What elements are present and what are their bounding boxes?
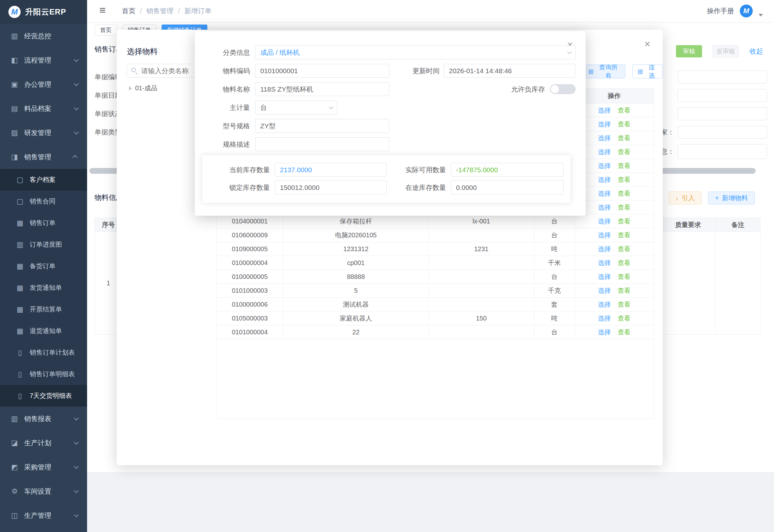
category-select[interactable]: 成品 / 纸杯机 bbox=[255, 45, 576, 59]
add-material-button[interactable]: + 新增物料 bbox=[708, 192, 755, 204]
right-field-4[interactable] bbox=[678, 126, 767, 139]
audit-button[interactable]: 审核 bbox=[676, 45, 702, 57]
unit-select[interactable]: 台 bbox=[255, 101, 337, 114]
sidebar-item[interactable]: ▦ 备货订单 bbox=[0, 255, 87, 277]
available-stock-input[interactable] bbox=[451, 163, 564, 177]
menu-icon: ⚙ bbox=[10, 487, 19, 496]
sidebar-item[interactable]: ▤ 料品档案 bbox=[0, 96, 87, 121]
select-link[interactable]: 选择 bbox=[598, 300, 611, 309]
view-link[interactable]: 查看 bbox=[618, 300, 630, 309]
updated-time-input[interactable] bbox=[444, 64, 575, 78]
right-field-3[interactable] bbox=[678, 107, 767, 120]
unit-label: 主计量 bbox=[198, 103, 250, 112]
select-link[interactable]: 选择 bbox=[598, 259, 611, 267]
select-link[interactable]: 选择 bbox=[598, 231, 611, 240]
select-link[interactable]: 选择 bbox=[598, 286, 611, 295]
view-link[interactable]: 查看 bbox=[618, 286, 630, 295]
sidebar-item[interactable]: ▥ 订单进度图 bbox=[0, 234, 87, 255]
select-link[interactable]: 选择 bbox=[598, 134, 611, 143]
unaudit-button[interactable]: 反审核 bbox=[713, 45, 739, 57]
right-field-2[interactable] bbox=[678, 89, 767, 102]
view-link[interactable]: 查看 bbox=[618, 231, 630, 240]
page-tab[interactable]: 首页 bbox=[94, 25, 117, 35]
sidebar-item[interactable]: ◫ 生产管理 bbox=[0, 503, 87, 527]
sidebar-item[interactable]: ▥ 经营总控 bbox=[0, 24, 87, 48]
breadcrumb-item[interactable]: 新增订单 bbox=[184, 6, 212, 15]
locked-stock-input[interactable] bbox=[275, 181, 387, 194]
view-link[interactable]: 查看 bbox=[618, 148, 630, 156]
sidebar-item[interactable]: ▢ 客户档案 bbox=[0, 169, 87, 191]
sidebar-item[interactable]: ▨ 研发管理 bbox=[0, 121, 87, 145]
select-link[interactable]: 选择 bbox=[598, 314, 611, 323]
sidebar-item[interactable]: ◩ 采购管理 bbox=[0, 455, 87, 479]
manual-link[interactable]: 操作手册 bbox=[707, 6, 734, 15]
chevron-icon bbox=[73, 155, 78, 160]
sidebar-item[interactable]: ⚙ 车间设置 bbox=[0, 479, 87, 503]
view-link[interactable]: 查看 bbox=[618, 175, 630, 184]
select-link[interactable]: 选择 bbox=[598, 217, 611, 226]
breadcrumb-item[interactable]: 销售管理 bbox=[146, 6, 184, 15]
view-link[interactable]: 查看 bbox=[618, 217, 630, 226]
select-link[interactable]: 选择 bbox=[598, 328, 611, 337]
view-link[interactable]: 查看 bbox=[618, 272, 630, 281]
select-link[interactable]: 选择 bbox=[598, 245, 611, 253]
sidebar-item[interactable]: ▦ 发货通知单 bbox=[0, 277, 87, 299]
select-link[interactable]: 选择 bbox=[598, 272, 611, 281]
allow-negative-toggle[interactable] bbox=[550, 84, 576, 94]
view-link[interactable]: 查看 bbox=[618, 189, 630, 198]
menu-icon: ◫ bbox=[10, 511, 19, 520]
sidebar-item[interactable]: ▥ 销售报表 bbox=[0, 407, 87, 431]
sidebar-item[interactable]: ▣ 办公管理 bbox=[0, 72, 87, 96]
breadcrumb-item[interactable]: 首页 bbox=[122, 6, 146, 15]
select-link[interactable]: 选择 bbox=[598, 203, 611, 212]
sidebar-item-label: 销售合同 bbox=[30, 197, 55, 206]
sidebar-toggle-icon[interactable]: ≡ bbox=[99, 4, 106, 16]
collapse-link[interactable]: 收起 bbox=[749, 47, 763, 56]
avatar[interactable]: M bbox=[740, 5, 753, 17]
current-stock-input[interactable] bbox=[275, 163, 387, 177]
view-link[interactable]: 查看 bbox=[618, 245, 630, 253]
user-menu-caret-icon[interactable] bbox=[759, 14, 763, 16]
spec-desc-input[interactable] bbox=[255, 137, 389, 151]
material-name-input[interactable] bbox=[255, 82, 389, 96]
select-link[interactable]: 选择 bbox=[598, 148, 611, 156]
select-link[interactable]: 选择 bbox=[598, 189, 611, 198]
transit-stock-input[interactable] bbox=[451, 181, 564, 194]
sidebar-item[interactable]: ▦ 开票结算单 bbox=[0, 299, 87, 320]
sidebar-item[interactable]: ◨ 销售管理 bbox=[0, 145, 87, 169]
sidebar-item[interactable]: ▯ 销售订单明细表 bbox=[0, 363, 87, 385]
sidebar-item[interactable]: ▯ 销售订单计划表 bbox=[0, 342, 87, 363]
import-button[interactable]: ↓ 引入 bbox=[669, 192, 701, 204]
chevron-icon bbox=[74, 464, 79, 469]
locked-stock-label: 锁定库存数量 bbox=[202, 183, 270, 192]
category-tree-node[interactable]: 01-成品 bbox=[129, 84, 157, 93]
query-all-button[interactable]: ⊞ 查询所有 bbox=[583, 64, 625, 78]
select-link[interactable]: 选择 bbox=[598, 175, 611, 184]
sidebar-item[interactable]: ▯ 7天交货明细表 bbox=[0, 385, 87, 407]
select-link[interactable]: 选择 bbox=[598, 162, 611, 170]
sidebar-item[interactable]: ▢ 销售合同 bbox=[0, 191, 87, 212]
select-link[interactable]: 选择 bbox=[598, 120, 611, 129]
sidebar-item-label: 车间设置 bbox=[24, 487, 51, 496]
select-link[interactable]: 选择 bbox=[598, 106, 611, 115]
view-link[interactable]: 查看 bbox=[618, 162, 630, 170]
tree-expand-icon[interactable] bbox=[129, 86, 132, 91]
sidebar-item[interactable]: ▦ 退货通知单 bbox=[0, 320, 87, 342]
view-link[interactable]: 查看 bbox=[618, 134, 630, 143]
view-link[interactable]: 查看 bbox=[618, 259, 630, 267]
view-link[interactable]: 查看 bbox=[618, 120, 630, 129]
sidebar-item-label: 生产管理 bbox=[24, 511, 51, 520]
close-icon[interactable]: × bbox=[644, 39, 650, 49]
view-link[interactable]: 查看 bbox=[618, 328, 630, 337]
view-link[interactable]: 查看 bbox=[618, 203, 630, 212]
right-field-1[interactable] bbox=[678, 71, 767, 84]
sidebar-item[interactable]: ◧ 流程管理 bbox=[0, 48, 87, 72]
sidebar-item[interactable]: ▦ 销售订单 bbox=[0, 212, 87, 234]
model-spec-input[interactable] bbox=[255, 119, 389, 133]
material-code-input[interactable] bbox=[255, 64, 389, 78]
multi-select-button[interactable]: ⊞ 连选 bbox=[632, 64, 663, 78]
sidebar-item[interactable]: ◪ 生产计划 bbox=[0, 431, 87, 455]
view-link[interactable]: 查看 bbox=[618, 106, 630, 115]
info-textarea[interactable] bbox=[678, 144, 767, 159]
view-link[interactable]: 查看 bbox=[618, 314, 630, 323]
